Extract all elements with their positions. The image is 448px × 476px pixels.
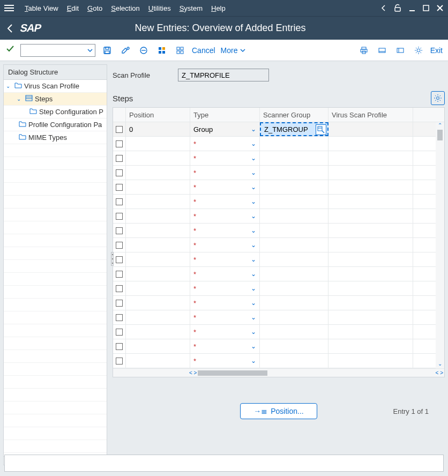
cell-type[interactable]: *⌄ [190, 180, 260, 194]
back-icon[interactable] [380, 5, 387, 11]
cell-position[interactable] [126, 310, 190, 324]
table-row[interactable]: *⌄ [113, 310, 444, 325]
cell-scanner-group[interactable] [260, 325, 328, 339]
cell-position[interactable] [126, 224, 190, 237]
scroll-left-icon[interactable]: < > [188, 370, 198, 376]
row-checkbox[interactable] [116, 271, 123, 278]
cell-type[interactable]: *⌄ [190, 151, 260, 165]
table-row[interactable]: *⌄ [113, 354, 444, 368]
menu-system[interactable]: System [180, 4, 203, 12]
menu-goto[interactable]: Goto [87, 4, 102, 12]
cell-virus-scan-profile[interactable] [328, 339, 413, 353]
cell-type[interactable]: *⌄ [190, 339, 260, 353]
cell-type[interactable]: *⌄ [190, 209, 260, 223]
chevron-down-icon[interactable]: ⌄ [251, 140, 256, 147]
scanner-group-input[interactable] [264, 125, 311, 133]
cell-type[interactable]: Group⌄ [190, 122, 260, 136]
cell-position[interactable] [126, 267, 190, 281]
table-hscroll[interactable]: < > < > [113, 368, 444, 377]
tree-item-step-config[interactable]: Step Configuration P [4, 106, 107, 118]
cell-type[interactable]: *⌄ [190, 137, 260, 151]
chevron-down-icon[interactable]: ⌄ [251, 169, 256, 176]
menu-edit[interactable]: Edit [67, 4, 79, 12]
table-row[interactable]: *⌄ [113, 252, 444, 267]
back-button[interactable] [5, 24, 15, 33]
accept-button[interactable] [5, 44, 15, 56]
settings-icon[interactable] [412, 44, 425, 57]
table-row[interactable]: *⌄ [113, 224, 444, 238]
splitter-handle[interactable] [111, 252, 114, 266]
table-row[interactable]: *⌄ [113, 339, 444, 354]
scroll-right-icon[interactable]: < > [435, 370, 444, 376]
cell-position[interactable] [126, 281, 190, 295]
cell-scanner-group[interactable] [260, 209, 328, 223]
row-checkbox[interactable] [116, 126, 123, 133]
table-row[interactable]: *⌄ [113, 281, 444, 296]
table-row[interactable]: 0 Group⌄ [113, 122, 444, 137]
row-checkbox[interactable] [116, 285, 123, 292]
cell-virus-scan-profile[interactable] [328, 166, 413, 180]
cell-position[interactable] [126, 137, 190, 151]
row-checkbox[interactable] [116, 155, 123, 162]
cell-virus-scan-profile[interactable] [328, 325, 413, 339]
cell-position[interactable] [126, 296, 190, 310]
chevron-down-icon[interactable]: ⌄ [251, 314, 256, 321]
chevron-down-icon[interactable]: ⌄ [251, 241, 256, 249]
scroll-down-icon[interactable]: ⌄ [438, 361, 442, 368]
row-checkbox[interactable] [116, 140, 123, 147]
row-checkbox[interactable] [116, 329, 123, 336]
cancel-button[interactable]: Cancel [192, 46, 215, 55]
minimize-icon[interactable] [408, 4, 416, 12]
cell-virus-scan-profile[interactable] [328, 195, 413, 209]
chevron-down-icon[interactable]: ⌄ [251, 256, 256, 263]
cell-position[interactable] [126, 166, 190, 180]
cell-scanner-group[interactable] [260, 195, 328, 209]
column-virus-scan-profile[interactable]: Virus Scan Profile [328, 108, 413, 122]
cell-virus-scan-profile[interactable] [328, 281, 413, 295]
cell-position[interactable]: 0 [126, 122, 190, 136]
cell-scanner-group[interactable] [260, 267, 328, 281]
cell-position[interactable] [126, 325, 190, 339]
cell-scanner-group[interactable] [260, 252, 328, 266]
chevron-down-icon[interactable]: ⌄ [251, 328, 256, 336]
cell-virus-scan-profile[interactable] [328, 180, 413, 194]
cell-type[interactable]: *⌄ [190, 296, 260, 310]
layout2-icon[interactable] [394, 44, 407, 57]
table-vscroll[interactable]: ⌃ ⌄ [436, 122, 444, 368]
table-row[interactable]: *⌄ [113, 166, 444, 180]
chevron-down-icon[interactable]: ⌄ [251, 285, 256, 292]
maximize-icon[interactable] [422, 4, 430, 12]
cell-virus-scan-profile[interactable] [328, 354, 413, 368]
table-row[interactable]: *⌄ [113, 267, 444, 281]
row-checkbox[interactable] [116, 358, 123, 365]
table-row[interactable]: *⌄ [113, 180, 444, 195]
table-row[interactable]: *⌄ [113, 137, 444, 151]
cell-type[interactable]: *⌄ [190, 310, 260, 324]
cell-virus-scan-profile[interactable] [328, 267, 413, 281]
tree-item-profile-config[interactable]: Profile Configuration Pa [4, 118, 107, 131]
cell-scanner-group[interactable] [260, 238, 328, 252]
table-row[interactable]: *⌄ [113, 195, 444, 209]
cell-scanner-group[interactable] [260, 224, 328, 237]
table-row[interactable]: *⌄ [113, 296, 444, 310]
row-checkbox[interactable] [116, 314, 123, 321]
toggle-edit-icon[interactable] [119, 44, 132, 57]
row-checkbox[interactable] [116, 343, 123, 350]
chevron-down-icon[interactable]: ⌄ [251, 343, 256, 350]
close-icon[interactable] [436, 4, 444, 12]
cell-position[interactable] [126, 339, 190, 353]
row-checkbox[interactable] [116, 227, 123, 234]
table-row[interactable]: *⌄ [113, 209, 444, 224]
table-row[interactable]: *⌄ [113, 151, 444, 166]
unlock-icon[interactable] [393, 4, 402, 12]
statusbar[interactable] [4, 455, 444, 472]
menu-utilities[interactable]: Utilities [148, 4, 171, 12]
chevron-down-icon[interactable]: ⌄ [251, 154, 256, 162]
hamburger-icon[interactable] [4, 5, 17, 11]
more-button[interactable]: More [221, 46, 245, 55]
tree-item-steps[interactable]: ⌄ Steps [4, 93, 107, 106]
select-all-column[interactable] [113, 108, 126, 122]
tree-item-virus-scan-profile[interactable]: ⌄ Virus Scan Profile [4, 80, 107, 93]
cell-virus-scan-profile[interactable] [328, 209, 413, 223]
cell-type[interactable]: *⌄ [190, 166, 260, 180]
